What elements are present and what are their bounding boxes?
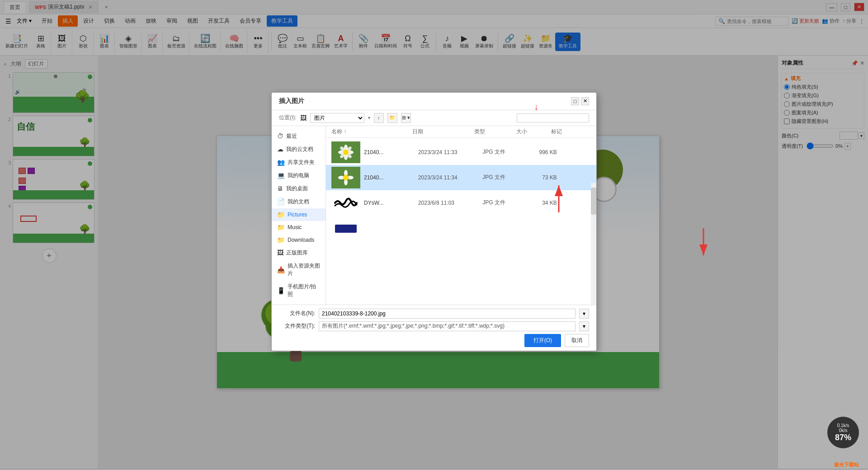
phone-icon: 📱 <box>277 287 285 294</box>
modal-maximize-btn[interactable]: □ <box>571 97 579 105</box>
nav-newfolder-btn[interactable]: 📁 <box>387 113 397 123</box>
resource-img-label: 插入资源夹图片 <box>288 262 320 277</box>
file-date-selected: 2023/3/24 11:34 <box>418 174 479 181</box>
sidebar-item-cloud[interactable]: ☁ 我的云文档 <box>272 143 326 156</box>
file-thumbnail-4 <box>331 217 360 239</box>
recent-icon: ⏱ <box>277 132 283 140</box>
filetype-label: 文件类型(T): <box>279 322 315 330</box>
modal-search-input[interactable] <box>517 113 589 122</box>
scrollbar-track[interactable] <box>591 183 596 306</box>
file-name-selected: 21040... <box>364 174 415 181</box>
file-thumbnail-selected <box>331 167 360 188</box>
sort-icon: ↑ <box>344 128 346 135</box>
sidebar-item-recent[interactable]: ⏱ 最近 <box>272 130 326 143</box>
network-badge: 0.1k/s 0k/s 87% <box>827 417 859 448</box>
file-name: 21040... <box>364 149 415 155</box>
pictures-icon: 📁 <box>277 211 285 218</box>
stock-label: 正版图库 <box>286 249 308 257</box>
sidebar-item-mypc[interactable]: 💻 我的电脑 <box>272 169 326 182</box>
insert-image-modal: 插入图片 □ ✕ 位置(I): 🖼 图片 ▾ ↑ 📁 ⊞ ▾ <box>271 92 597 351</box>
sidebar-item-desktop[interactable]: 🖥 我的桌面 <box>272 182 326 195</box>
file-item-3[interactable]: DYsW... 2023/6/8 11:03 JPG 文件 34 KB <box>326 190 596 216</box>
file-item-4[interactable] <box>326 216 596 241</box>
sidebar-item-music[interactable]: 📁 Music <box>272 221 326 234</box>
filetype-row: 文件类型(T): ▾ <box>279 321 589 331</box>
file-item[interactable]: 21040... 2023/3/24 11:33 JPG 文件 996 KB <box>326 140 596 165</box>
location-icon: 🖼 <box>300 114 307 122</box>
downloads-label: Downloads <box>288 237 314 243</box>
modal-file-content: 名称 ↑ 日期 类型 大小 标记 <box>326 126 596 305</box>
resource-img-icon: 📥 <box>277 266 285 273</box>
location-label: 位置(I): <box>279 114 297 122</box>
shared-label: 共享文件夹 <box>288 159 315 166</box>
mypc-label: 我的电脑 <box>288 172 309 179</box>
filename-dropdown-btn[interactable]: ▾ <box>579 309 589 319</box>
modal-body: ⏱ 最近 ☁ 我的云文档 👥 共享文件夹 💻 我的电脑 🖥 我的桌面 <box>272 126 596 305</box>
filetype-input[interactable] <box>319 321 576 331</box>
file-thumbnail-3 <box>331 192 360 214</box>
watermark: 极光下载站 <box>834 461 859 468</box>
svg-point-17 <box>343 175 349 180</box>
cloud-label: 我的云文档 <box>286 146 313 153</box>
cloud-icon: ☁ <box>277 146 283 153</box>
btn-open[interactable]: 打开(O) <box>524 334 561 347</box>
music-icon: 📁 <box>277 224 285 231</box>
location-dropdown[interactable]: 图片 <box>310 113 364 123</box>
sidebar-item-downloads[interactable]: 📁 Downloads <box>272 234 326 246</box>
desktop-label: 我的桌面 <box>286 185 308 193</box>
mypc-icon: 💻 <box>277 172 285 179</box>
music-label: Music <box>288 224 302 230</box>
filename-input[interactable] <box>319 309 576 319</box>
sidebar-item-phone[interactable]: 📱 手机图片/拍照 <box>272 280 326 301</box>
network-percent: 87% <box>835 433 851 442</box>
filetype-dropdown-btn[interactable]: ▾ <box>579 321 589 331</box>
file-list: 21040... 2023/3/24 11:33 JPG 文件 996 KB <box>326 138 596 305</box>
nav-view-btn[interactable]: ⊞ ▾ <box>401 113 411 123</box>
desktop-icon: 🖥 <box>277 185 283 192</box>
col-header-type: 类型 <box>474 128 513 136</box>
col-header-name[interactable]: 名称 ↑ <box>331 128 409 136</box>
file-header: 名称 ↑ 日期 类型 大小 标记 <box>326 126 596 138</box>
modal-header: 插入图片 □ ✕ <box>272 93 596 110</box>
nav-up-btn[interactable]: ↑ <box>374 113 384 123</box>
modal-overlay: 插入图片 □ ✕ 位置(I): 🖼 图片 ▾ ↑ 📁 ⊞ ▾ <box>0 0 868 470</box>
mydocs-icon: 📄 <box>277 198 285 205</box>
location-dropdown-arrow[interactable]: ▾ <box>368 115 370 120</box>
file-info: 21040... 2023/3/24 11:33 JPG 文件 996 KB <box>364 148 591 156</box>
col-header-size: 大小 <box>516 128 547 136</box>
modal-close-btn[interactable]: ✕ <box>581 97 589 105</box>
sidebar-item-pictures[interactable]: 📁 Pictures <box>272 208 326 221</box>
file-date: 2023/3/24 11:33 <box>418 149 479 155</box>
modal-location-bar: 位置(I): 🖼 图片 ▾ ↑ 📁 ⊞ ▾ <box>272 110 596 126</box>
btn-cancel[interactable]: 取消 <box>565 334 589 347</box>
file-size-3: 34 KB <box>527 200 557 206</box>
mydocs-label: 我的文档 <box>288 198 309 206</box>
upload-speed: 0.1k/s <box>837 423 849 428</box>
file-type-selected: JPG 文件 <box>482 174 523 181</box>
pictures-label: Pictures <box>288 212 307 218</box>
file-date-3: 2023/6/8 11:03 <box>418 200 479 206</box>
col-header-tag: 标记 <box>551 128 582 136</box>
file-type-3: JPG 文件 <box>482 199 523 207</box>
downloads-icon: 📁 <box>277 236 285 244</box>
phone-label: 手机图片/拍照 <box>288 283 320 298</box>
scrollbar-thumb[interactable] <box>591 188 596 215</box>
sidebar-item-shared[interactable]: 👥 共享文件夹 <box>272 156 326 169</box>
modal-sidebar: ⏱ 最近 ☁ 我的云文档 👥 共享文件夹 💻 我的电脑 🖥 我的桌面 <box>272 126 326 305</box>
sidebar-item-stock[interactable]: 🖼 正版图库 <box>272 246 326 259</box>
sidebar-item-resource-img[interactable]: 📥 插入资源夹图片 <box>272 259 326 280</box>
file-item-selected[interactable]: 21040... 2023/3/24 11:34 JPG 文件 73 KB ↓ <box>326 165 596 190</box>
col-header-date: 日期 <box>412 128 470 136</box>
modal-footer: 文件名(N): ▾ 文件类型(T): ▾ 打开(O) 取消 <box>272 305 596 351</box>
download-speed: 0k/s <box>839 428 847 433</box>
sidebar-item-mydocs[interactable]: 📄 我的文档 <box>272 195 326 208</box>
svg-rect-20 <box>335 225 357 233</box>
modal-arrow-down <box>697 224 710 260</box>
modal-title: 插入图片 <box>279 97 304 105</box>
shared-icon: 👥 <box>277 159 285 166</box>
file-info-3: DYsW... 2023/6/8 11:03 JPG 文件 34 KB <box>364 199 591 207</box>
file-thumbnail <box>331 141 360 163</box>
file-type: JPG 文件 <box>482 148 523 156</box>
file-size-selected: 73 KB <box>527 174 557 181</box>
file-info-selected: 21040... 2023/3/24 11:34 JPG 文件 73 KB <box>364 174 591 181</box>
